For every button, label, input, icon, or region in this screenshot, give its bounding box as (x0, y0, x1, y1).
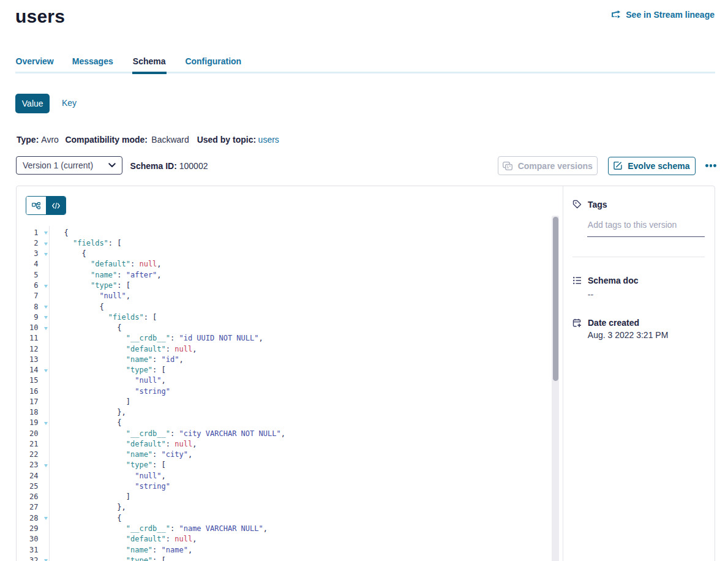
meta-type: Type: (17, 135, 39, 144)
side-divider (572, 257, 705, 257)
code-line: 10 { (0, 323, 547, 333)
tab-overview[interactable]: Overview (16, 57, 54, 66)
code-line: 9 "fields": [ (0, 312, 547, 323)
add-tags-underline (587, 236, 705, 237)
code-text: "__crdb__": "name VARCHAR NULL", (64, 524, 268, 534)
code-text: "default": null, (64, 534, 197, 544)
evolve-schema-button[interactable]: Evolve schema (608, 157, 696, 176)
chevron-down-icon (108, 163, 116, 168)
fold-toggle-icon[interactable] (44, 464, 48, 467)
line-number: 25 (17, 481, 39, 492)
date-created-value: Aug. 3 2022 3:21 PM (588, 331, 669, 339)
fold-toggle-icon[interactable] (44, 232, 48, 235)
line-number: 7 (17, 291, 39, 301)
schema-doc-heading: Schema doc (572, 276, 638, 285)
evolve-schema-label: Evolve schema (628, 161, 689, 171)
code-line: 28 { (0, 513, 547, 524)
code-text: "name": "name", (64, 545, 193, 555)
code-line: 1{ (0, 228, 547, 238)
line-number: 4 (17, 259, 39, 269)
code-text: }, (64, 502, 126, 513)
panel-divider (563, 186, 563, 561)
tags-section-heading: Tags (572, 200, 607, 209)
compare-versions-button[interactable]: Compare versions (498, 156, 598, 175)
code-text: "fields": [ (64, 312, 157, 323)
meta-type-label: Type: (17, 135, 39, 145)
code-text: { (64, 323, 122, 333)
tab-rail (15, 72, 715, 73)
meta-type-value: Avro (41, 135, 59, 144)
schema-id-label: Schema ID: (130, 161, 177, 171)
code-line: 20 "__crdb__": "city VARCHAR NOT NULL", (0, 429, 547, 439)
code-line: 22 "name": "city", (0, 450, 547, 460)
code-text: { (64, 513, 122, 524)
code-text: "string" (64, 481, 170, 492)
code-text: "default": null, (64, 259, 162, 269)
used-by-topic-link[interactable]: users (258, 135, 279, 144)
tab-schema[interactable]: Schema (133, 57, 166, 66)
code-line: 24 "null", (0, 471, 547, 481)
editor-view-toggle (26, 196, 66, 215)
code-text: { (64, 228, 69, 238)
tag-icon (572, 200, 582, 209)
tab-messages[interactable]: Messages (72, 57, 113, 66)
line-number: 11 (17, 333, 39, 344)
more-actions-button[interactable] (705, 156, 716, 175)
line-number: 30 (17, 534, 39, 544)
code-line: 30 "default": null, (0, 534, 547, 544)
code-line: 19 { (0, 418, 547, 428)
code-text: "default": null, (64, 439, 197, 450)
fold-toggle-icon[interactable] (44, 517, 48, 520)
add-tags-input[interactable]: Add tags to this version (588, 220, 677, 229)
date-created-heading: Date created (572, 318, 639, 328)
line-number: 12 (17, 344, 39, 355)
code-line: 12 "default": null, (0, 344, 547, 355)
line-number: 8 (17, 302, 39, 312)
meta-topic-label: Used by topic: (197, 135, 256, 145)
code-text: "name": "city", (64, 450, 193, 460)
fold-toggle-icon[interactable] (44, 253, 48, 256)
key-toggle-button[interactable]: Key (62, 99, 77, 107)
line-number: 2 (17, 238, 39, 249)
value-toggle-button[interactable]: Value (15, 94, 50, 113)
code-line: 23 "type": [ (0, 460, 547, 470)
fold-toggle-icon[interactable] (44, 327, 48, 330)
code-line: 3 { (0, 249, 547, 259)
fold-toggle-icon[interactable] (44, 285, 48, 288)
stream-lineage-link[interactable]: See in Stream lineage (612, 10, 715, 20)
line-number: 21 (17, 439, 39, 450)
line-number: 26 (17, 492, 39, 502)
fold-toggle-icon[interactable] (44, 306, 48, 309)
code-line: 15 "null", (0, 375, 547, 386)
schema-doc-value: -- (588, 290, 593, 299)
evolve-schema-icon (614, 162, 622, 170)
code-line: 16 "string" (0, 386, 547, 397)
line-number: 32 (17, 555, 39, 561)
code-text: "type": [ (64, 365, 166, 375)
line-number: 23 (17, 460, 39, 470)
code-line: 29 "__crdb__": "name VARCHAR NULL", (0, 524, 547, 534)
fold-toggle-icon[interactable] (44, 422, 48, 425)
code-line: 11 "__crdb__": "id UUID NOT NULL", (0, 333, 547, 344)
version-select[interactable]: Version 1 (current) (16, 156, 122, 175)
code-line: 6 "type": [ (0, 280, 547, 291)
code-line: 17 ] (0, 397, 547, 407)
editor-scrollbar[interactable] (552, 216, 559, 561)
code-line: 32 "type": [ (0, 555, 547, 561)
line-number: 31 (17, 545, 39, 555)
code-text: "fields": [ (64, 238, 122, 249)
code-text: "type": [ (64, 460, 166, 470)
tree-view-button[interactable] (26, 197, 46, 214)
scrollbar-thumb[interactable] (553, 217, 558, 381)
meta-topic: Used by topic: (197, 135, 256, 144)
code-line: 4 "default": null, (0, 259, 547, 269)
fold-toggle-icon[interactable] (44, 316, 48, 319)
code-text: "type": [ (64, 280, 130, 291)
schema-id: Schema ID: 100002 (130, 162, 208, 170)
tab-configuration[interactable]: Configuration (185, 57, 241, 66)
compare-versions-icon (503, 162, 512, 170)
code-view-button[interactable] (46, 197, 66, 214)
code-line: 21 "default": null, (0, 439, 547, 450)
fold-toggle-icon[interactable] (44, 243, 48, 246)
fold-toggle-icon[interactable] (44, 369, 48, 372)
